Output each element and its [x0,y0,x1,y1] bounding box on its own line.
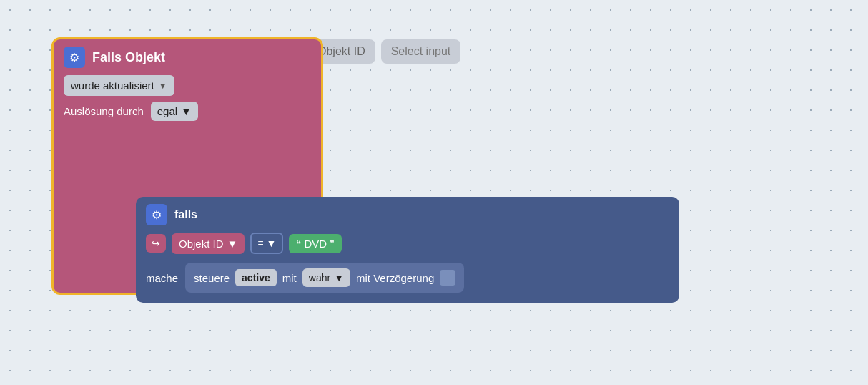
mache-label: mache [146,272,178,284]
wurde-aktualisiert-label: wurde aktualisiert [71,79,154,92]
wahr-arrow-icon: ▼ [334,272,344,283]
mit-verzoegerung-label: mit Verzögerung [356,272,434,284]
dvd-value: DVD [304,238,327,250]
gear-icon: ⚙ [64,47,85,68]
objekt-id-condition-pill[interactable]: Objekt ID ▼ [172,233,245,254]
falls-inner-title: falls [174,208,197,221]
wahr-label: wahr [309,272,330,283]
steuere-block: steuere active mit wahr ▼ mit Verzögerun… [185,263,464,293]
equals-arrow-icon: ▼ [267,238,277,249]
inner-gear-icon: ⚙ [146,204,167,225]
wurde-aktualisiert-dropdown[interactable]: wurde aktualisiert ▼ [64,75,174,96]
select-input-button[interactable]: Select input [381,39,461,64]
egal-label: egal [157,105,177,117]
falls-objekt-block: ⚙ Falls Objekt wurde aktualisiert ▼ Ausl… [51,37,323,295]
open-quote-icon: ❝ [296,238,301,249]
condition-row: ↪ Objekt ID ▼ = ▼ ❝ DVD ❞ [146,233,669,254]
egal-dropdown[interactable]: egal ▼ [151,102,198,121]
objekt-id-floating-block: Objekt ID Select input [307,39,460,64]
ausloesung-label: Auslösung durch [64,105,144,117]
equals-label: = [257,238,263,249]
ausloesung-row: Auslösung durch egal ▼ [64,102,311,121]
egal-arrow-icon: ▼ [181,105,192,117]
wahr-dropdown[interactable]: wahr ▼ [302,268,350,287]
falls-objekt-header: ⚙ Falls Objekt [64,47,311,68]
equals-pill[interactable]: = ▼ [250,233,283,254]
falls-inner-block: ⚙ falls ↪ Objekt ID ▼ = ▼ [136,197,679,303]
mit-label: mit [282,272,297,284]
dvd-string-pill: ❝ DVD ❞ [289,234,342,253]
hook-arrow-icon: ↪ [152,238,160,249]
falls-inner-header: ⚙ falls [146,204,669,225]
mache-row: mache steuere active mit wahr ▼ mit Verz… [146,263,669,293]
steuere-label: steuere [194,272,230,284]
objekt-id-condition-arrow-icon: ▼ [227,238,238,250]
arrow-connector: ↪ [146,234,166,253]
canvas: Objekt ID Select input ⚙ Falls Objekt wu… [0,0,868,385]
active-badge: active [235,269,277,286]
close-quote-icon: ❞ [330,238,335,249]
dropdown-arrow-icon: ▼ [159,81,167,91]
small-rect-indicator [440,270,455,286]
falls-objekt-title: Falls Objekt [92,50,165,65]
objekt-id-condition-label: Objekt ID [179,238,224,250]
